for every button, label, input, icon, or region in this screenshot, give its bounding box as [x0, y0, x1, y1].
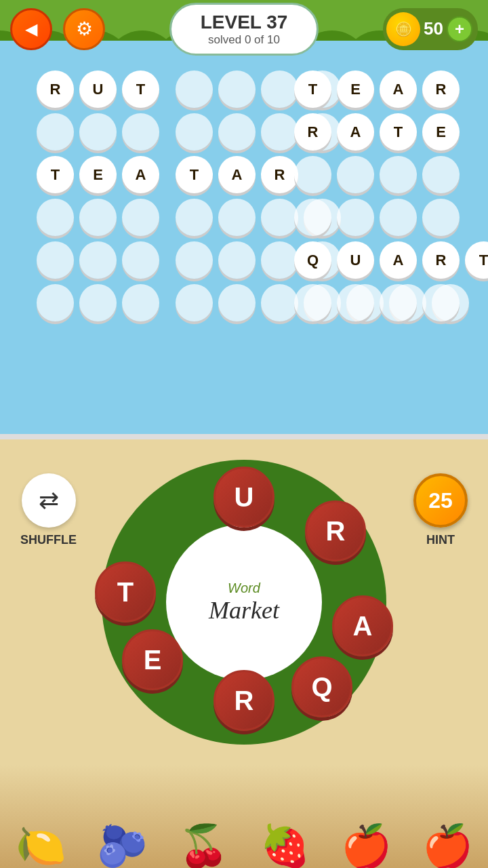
- letter-cell-empty: [294, 199, 331, 236]
- fruit-cherry: 🍒: [178, 826, 229, 867]
- letter-cell-empty: [218, 71, 256, 108]
- letter-cell-empty: [218, 241, 256, 279]
- wheel-letter-r-bot[interactable]: R: [214, 670, 274, 731]
- wheel-outer-ring: Word Market U R A Q R E T: [102, 460, 386, 745]
- fruit-strawberry: 🍓: [260, 826, 310, 867]
- letter-cell: Q: [294, 241, 331, 279]
- letter-cell-empty: [122, 113, 159, 151]
- coins-area: 🪙 50 +: [383, 8, 478, 50]
- letter-cell-empty: [380, 156, 417, 193]
- letter-cell: T: [465, 241, 488, 279]
- letter-cell-empty: [380, 199, 417, 236]
- header-left: [10, 8, 105, 50]
- grid-row: [291, 153, 488, 196]
- wheel-letter-t[interactable]: T: [95, 561, 156, 623]
- letter-cell: R: [422, 71, 460, 108]
- letter-cell: U: [79, 71, 117, 108]
- left-column: R U T T E A: [34, 68, 162, 324]
- letter-cell: T: [294, 71, 331, 108]
- letter-cell: A: [380, 241, 417, 279]
- level-badge: LEVEL 37 solved 0 of 10: [169, 3, 319, 56]
- letter-cell-empty: [337, 156, 374, 193]
- letter-cell-empty: [176, 241, 213, 279]
- letter-cell: A: [380, 71, 417, 108]
- letter-cell-empty: [422, 199, 460, 236]
- fruit-apple: 🍎: [341, 826, 392, 867]
- letter-wheel: Word Market U R A Q R E T: [102, 460, 386, 745]
- grid-row: [291, 281, 488, 324]
- letter-cell-empty: [337, 284, 374, 321]
- letter-cell-empty: [294, 156, 331, 193]
- grid-row: R A T E: [291, 111, 488, 153]
- letter-cell: E: [79, 156, 117, 193]
- wheel-letter-r-top[interactable]: R: [305, 500, 366, 561]
- letter-cell-empty: [218, 199, 256, 236]
- shuffle-icon: ⇄: [22, 473, 76, 528]
- header: LEVEL 37 solved 0 of 10 🪙 50 +: [0, 0, 488, 58]
- letter-cell-empty: [122, 199, 159, 236]
- wheel-word-label: Word: [228, 580, 260, 596]
- wheel-market-label: Market: [209, 596, 279, 625]
- letter-cell-empty: [176, 71, 213, 108]
- letter-cell-empty: [79, 284, 117, 321]
- add-coins-button[interactable]: +: [447, 16, 472, 42]
- letter-cell-empty: [337, 199, 374, 236]
- controls-section: ⇄ SHUFFLE 25 HINT Word Market U R A Q R …: [0, 439, 488, 868]
- letter-cell: A: [122, 156, 159, 193]
- letter-cell-empty: [79, 241, 117, 279]
- letter-cell-empty: [122, 284, 159, 321]
- hint-label: HINT: [426, 533, 455, 547]
- settings-button[interactable]: [63, 8, 105, 50]
- shuffle-label: SHUFFLE: [20, 533, 77, 547]
- wheel-letter-a[interactable]: A: [332, 595, 393, 656]
- grid-row: R U T: [34, 68, 162, 111]
- letter-cell: T: [380, 113, 417, 151]
- grid-row: [34, 281, 162, 324]
- letter-cell-empty: [380, 284, 417, 321]
- wheel-letter-e[interactable]: E: [122, 629, 183, 690]
- puzzle-grid: R U T T E A: [0, 68, 488, 427]
- letter-cell: T: [37, 156, 74, 193]
- grid-row: T E A: [34, 153, 162, 196]
- letter-cell: T: [122, 71, 159, 108]
- shuffle-button[interactable]: ⇄ SHUFFLE: [20, 473, 77, 547]
- level-subtitle: solved 0 of 10: [192, 33, 296, 47]
- letter-cell-empty: [37, 284, 74, 321]
- hint-button[interactable]: 25 HINT: [413, 473, 468, 547]
- section-divider: [0, 434, 488, 439]
- wheel-letter-u[interactable]: U: [214, 467, 274, 528]
- letter-cell-empty: [218, 113, 256, 151]
- wheel-letter-q[interactable]: Q: [291, 656, 352, 717]
- fruit-lemon: 🍋: [16, 826, 66, 867]
- grid-row: T E A R: [291, 68, 488, 111]
- letter-cell: U: [337, 241, 374, 279]
- letter-cell: A: [337, 113, 374, 151]
- right-column: T E A R R A T E: [291, 68, 488, 324]
- grid-row: [34, 239, 162, 281]
- letter-cell: A: [218, 156, 256, 193]
- letter-cell-empty: [79, 113, 117, 151]
- letter-cell: R: [37, 71, 74, 108]
- grid-row: [34, 196, 162, 239]
- letter-cell-empty: [218, 284, 256, 321]
- letter-cell: R: [422, 241, 460, 279]
- letter-cell-empty: [79, 199, 117, 236]
- letter-cell-empty: [176, 199, 213, 236]
- letter-cell: E: [337, 71, 374, 108]
- letter-cell: E: [422, 113, 460, 151]
- letter-cell-empty: [294, 284, 331, 321]
- letter-cell-empty: [37, 199, 74, 236]
- grid-row: [34, 111, 162, 153]
- fruit-pomegranate: 🍎: [422, 826, 473, 867]
- wheel-center: Word Market: [166, 524, 322, 680]
- hint-count: 25: [413, 473, 468, 528]
- letter-cell-empty: [176, 113, 213, 151]
- back-button[interactable]: [10, 8, 52, 50]
- level-title: LEVEL 37: [192, 12, 296, 33]
- coin-icon: 🪙: [386, 12, 420, 46]
- letter-cell-empty: [37, 241, 74, 279]
- letter-cell-empty: [122, 241, 159, 279]
- grid-row: [291, 196, 488, 239]
- coin-count: 50: [424, 18, 443, 39]
- fruit-decoration: 🍋 🫐 🍒 🍓 🍎 🍎: [0, 765, 488, 868]
